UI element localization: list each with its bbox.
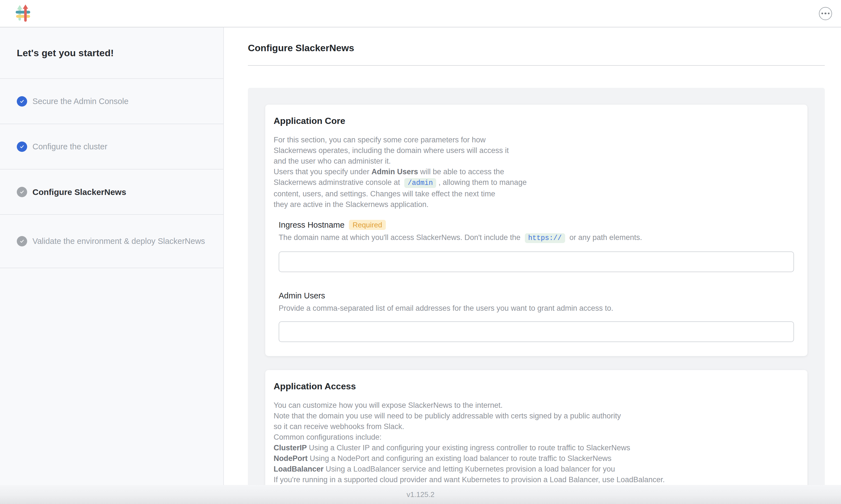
check-circle-icon xyxy=(17,96,27,107)
footer-bar: v1.125.2 xyxy=(0,485,841,504)
more-menu-button[interactable] xyxy=(819,7,832,20)
application-core-description: For this section, you can specify some c… xyxy=(274,134,794,210)
step-label: Configure SlackerNews xyxy=(33,187,126,197)
card-application-core: Application Core For this section, you c… xyxy=(265,105,807,356)
page-title: Configure SlackerNews xyxy=(248,42,825,53)
inline-code-chip: https:// xyxy=(525,233,565,243)
check-circle-icon xyxy=(17,142,27,152)
sidebar-step-configure-cluster[interactable]: Configure the cluster xyxy=(0,124,223,169)
ingress-hostname-input[interactable] xyxy=(279,251,794,272)
sidebar-step-validate-deploy[interactable]: Validate the environment & deploy Slacke… xyxy=(0,215,223,268)
setup-steps-sidebar: Let's get you started! Secure the Admin … xyxy=(0,28,224,485)
field-ingress-hostname: Ingress Hostname Required The domain nam… xyxy=(279,220,794,272)
card-application-access: Application Access You can customize how… xyxy=(265,370,807,485)
required-badge: Required xyxy=(349,220,386,230)
field-help-text: The domain name at which you'll access S… xyxy=(279,232,794,244)
field-help-text: Provide a comma-separated list of email … xyxy=(279,303,794,313)
field-admin-users: Admin Users Provide a comma-separated li… xyxy=(279,291,794,342)
sidebar-step-secure-admin-console[interactable]: Secure the Admin Console xyxy=(0,79,223,124)
config-panel: Application Core For this section, you c… xyxy=(248,88,825,485)
application-access-description: You can customize how you will expose Sl… xyxy=(274,400,794,485)
check-circle-icon xyxy=(17,236,27,247)
field-label: Admin Users xyxy=(279,291,325,300)
card-title: Application Access xyxy=(274,381,794,392)
inline-code-chip: /admin xyxy=(404,178,436,188)
top-header xyxy=(0,0,841,28)
sidebar-step-configure-slackernews[interactable]: Configure SlackerNews xyxy=(0,169,223,215)
step-label: Configure the cluster xyxy=(33,142,107,152)
slackernews-logo-icon xyxy=(15,4,31,23)
version-text: v1.125.2 xyxy=(407,490,434,499)
title-divider xyxy=(248,65,825,66)
card-title: Application Core xyxy=(274,116,794,126)
ellipsis-icon xyxy=(821,13,823,15)
step-label: Secure the Admin Console xyxy=(33,96,128,107)
main-content: Configure SlackerNews Application Core F… xyxy=(224,28,841,485)
check-circle-icon xyxy=(17,187,27,197)
main-layout: Let's get you started! Secure the Admin … xyxy=(0,28,841,485)
admin-users-input[interactable] xyxy=(279,321,794,342)
field-label: Ingress Hostname xyxy=(279,220,344,230)
step-label: Validate the environment & deploy Slacke… xyxy=(33,236,205,247)
sidebar-header: Let's get you started! xyxy=(0,28,223,79)
sidebar-title: Let's get you started! xyxy=(17,48,114,58)
